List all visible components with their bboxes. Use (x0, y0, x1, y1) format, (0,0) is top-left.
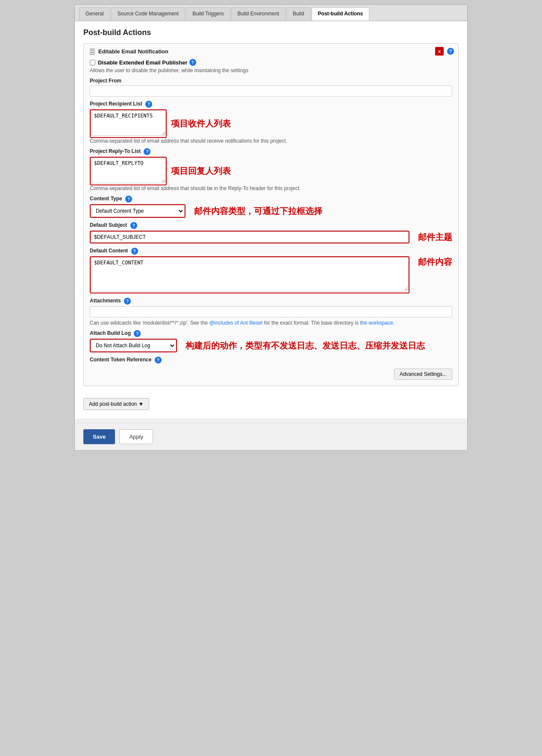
replyto-textarea[interactable] (91, 158, 166, 183)
email-notification-section: x ? Editable Email Notification Disable … (83, 43, 459, 386)
content-annotation: 邮件内容 (418, 256, 452, 268)
attach-log-help-icon[interactable]: ? (134, 330, 141, 337)
main-content: Post-build Actions x ? Editable Email No… (75, 21, 467, 419)
attach-log-select-outlined: Do Not Attach Build Log (90, 339, 177, 352)
project-from-label: Project From (90, 78, 452, 84)
section-help-icon[interactable]: ? (447, 48, 454, 55)
content-textarea-outlined (90, 256, 409, 293)
main-window: General Source Code Management Build Tri… (74, 4, 468, 451)
content-token-label: Content Token Reference ? (90, 357, 452, 363)
default-content-label: Default Content ? (90, 248, 452, 255)
disable-checkbox-label: Disable Extended Email Publisher (98, 59, 188, 66)
tab-build-triggers[interactable]: Build Triggers (186, 7, 230, 21)
replyto-desc-text: Comma-separated list of email address th… (90, 185, 452, 191)
replyto-help-icon[interactable]: ? (144, 148, 150, 155)
recipient-value-outlined (90, 109, 167, 138)
apply-button[interactable]: Apply (119, 429, 153, 444)
subject-annotation: 邮件主题 (418, 231, 452, 243)
disable-extended-email-checkbox[interactable] (90, 60, 95, 65)
content-type-select-outlined: Default Content Type (90, 204, 186, 218)
subject-input-outlined (90, 231, 409, 243)
dropdown-arrow-icon: ▼ (138, 401, 144, 407)
disable-checkbox-row: Disable Extended Email Publisher ? (90, 59, 452, 66)
disable-desc-text: Allows the user to disable the publisher… (90, 67, 452, 73)
advanced-settings-row: Advanced Settings... (90, 365, 452, 380)
recipient-desc-text: Comma-separated list of email address th… (90, 138, 452, 144)
recipient-annotation: 项目收件人列表 (171, 118, 231, 129)
delete-section-button[interactable]: x (435, 47, 444, 56)
content-type-select[interactable]: Default Content Type (91, 205, 185, 217)
attach-log-select[interactable]: Do Not Attach Build Log (91, 340, 176, 352)
drag-handle-icon (90, 48, 95, 55)
attachments-label: Attachments ? (90, 298, 452, 305)
token-help-icon[interactable]: ? (155, 357, 162, 363)
content-type-help-icon[interactable]: ? (125, 196, 132, 202)
attach-log-annotation: 构建后的动作，类型有不发送日志、发送日志、压缩并发送日志 (186, 340, 425, 352)
section-title: Editable Email Notification (98, 48, 168, 55)
project-replyto-label: Project Reply-To List ? (90, 148, 452, 155)
default-subject-label: Default Subject ? (90, 222, 452, 229)
save-button[interactable]: Save (83, 429, 115, 444)
footer-bar: Save Apply (75, 423, 467, 450)
subject-help-icon[interactable]: ? (130, 222, 137, 229)
attach-build-log-label: Attach Build Log ? (90, 330, 452, 337)
content-type-label: Content Type ? (90, 196, 452, 202)
tab-post-build-actions[interactable]: Post-build Actions (312, 7, 370, 21)
project-recipient-list-label: Project Recipient List ? (90, 101, 452, 108)
attachments-help-icon[interactable]: ? (124, 298, 131, 305)
add-action-label: Add post-build action (89, 401, 137, 407)
subject-input[interactable] (91, 231, 409, 243)
advanced-settings-button[interactable]: Advanced Settings... (394, 369, 452, 380)
disable-help-icon[interactable]: ? (189, 59, 196, 66)
tab-source-code-management[interactable]: Source Code Management (111, 7, 185, 21)
add-post-build-action-button[interactable]: Add post-build action ▼ (83, 398, 149, 410)
recipient-row: 项目收件人列表 (90, 109, 452, 138)
section-header: Editable Email Notification (90, 48, 452, 55)
content-type-annotation: 邮件内容类型，可通过下拉框选择 (194, 205, 322, 217)
recipient-textarea[interactable] (91, 110, 166, 136)
content-textarea[interactable] (91, 257, 409, 291)
tab-build-environment[interactable]: Build Environment (231, 7, 286, 21)
ant-fileset-link[interactable]: @includes of Ant fileset (209, 320, 262, 326)
project-from-input[interactable] (90, 85, 452, 97)
workspace-link[interactable]: the workspace (360, 320, 393, 326)
attachments-input[interactable] (90, 306, 452, 317)
replyto-value-outlined (90, 157, 167, 185)
tab-build[interactable]: Build (286, 7, 311, 21)
tab-general[interactable]: General (79, 7, 110, 21)
content-help-icon[interactable]: ? (131, 248, 138, 255)
attachments-desc: Can use wildcards like 'module/dist/**/*… (90, 320, 452, 326)
page-title: Post-build Actions (83, 28, 459, 37)
tab-bar: General Source Code Management Build Tri… (75, 5, 467, 21)
replyto-row: 项目回复人列表 (90, 157, 452, 185)
replyto-annotation: 项目回复人列表 (171, 165, 231, 177)
recipient-help-icon[interactable]: ? (145, 101, 152, 108)
